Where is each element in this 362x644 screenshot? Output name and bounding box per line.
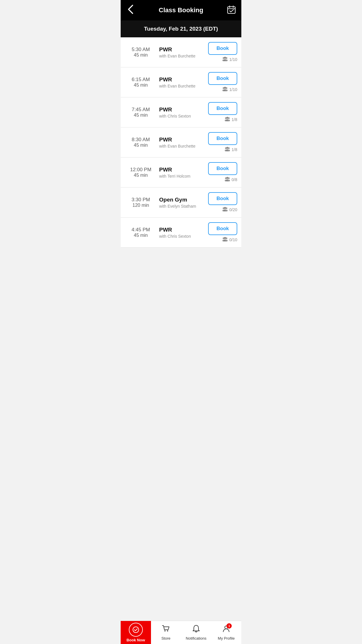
class-instructor: with Evan Burchette	[159, 144, 205, 148]
book-button[interactable]: Book	[208, 222, 237, 235]
class-list: 5:30 AM 45 min PWR with Evan Burchette B…	[121, 37, 241, 248]
class-time-duration: 45 min	[125, 83, 157, 88]
book-button[interactable]: Book	[208, 102, 237, 115]
book-button[interactable]: Book	[208, 42, 237, 55]
class-capacity: 0/8	[224, 177, 237, 183]
class-row: 5:30 AM 45 min PWR with Evan Burchette B…	[121, 37, 241, 67]
capacity-value: 1/8	[232, 147, 237, 152]
class-action: Book 0/10	[205, 222, 237, 243]
class-action: Book 1/8	[205, 102, 237, 123]
people-icon	[224, 147, 230, 153]
capacity-value: 0/8	[232, 177, 237, 182]
capacity-value: 0/10	[229, 237, 237, 242]
class-row: 8:30 AM 45 min PWR with Evan Burchette B…	[121, 127, 241, 158]
people-icon	[222, 207, 228, 213]
class-capacity: 0/10	[222, 237, 237, 243]
svg-point-21	[228, 120, 230, 121]
class-instructor: with Chris Sexton	[159, 114, 205, 118]
svg-point-18	[228, 117, 230, 119]
class-time: 3:30 PM 120 min	[125, 197, 157, 208]
class-capacity: 1/10	[222, 87, 237, 92]
svg-point-27	[228, 150, 230, 151]
class-name: PWR	[159, 227, 205, 233]
class-info: PWR with Evan Burchette	[157, 136, 205, 148]
svg-point-30	[228, 177, 230, 179]
class-row: 12:00 PM 45 min PWR with Terri Holcom Bo…	[121, 158, 241, 188]
svg-point-39	[225, 210, 228, 211]
capacity-value: 0/20	[229, 207, 237, 212]
book-button[interactable]: Book	[208, 192, 237, 205]
people-icon	[222, 237, 228, 243]
capacity-value: 1/10	[229, 87, 237, 92]
class-time-hour: 3:30 PM	[125, 197, 157, 203]
class-instructor: with Evan Burchette	[159, 54, 205, 58]
capacity-value: 1/8	[232, 117, 237, 122]
class-time-duration: 45 min	[125, 143, 157, 148]
svg-point-45	[225, 240, 228, 242]
class-action: Book 0/20	[205, 192, 237, 213]
class-instructor: with Chris Sexton	[159, 234, 205, 239]
back-button[interactable]	[126, 4, 135, 17]
class-time-duration: 120 min	[125, 203, 157, 208]
svg-point-9	[225, 60, 228, 61]
class-time: 8:30 AM 45 min	[125, 137, 157, 148]
class-info: PWR with Chris Sexton	[157, 227, 205, 239]
class-time-hour: 4:45 PM	[125, 227, 157, 233]
class-time-duration: 45 min	[125, 52, 157, 58]
class-row: 7:45 AM 45 min PWR with Chris Sexton Boo…	[121, 97, 241, 127]
book-button[interactable]: Book	[208, 132, 237, 145]
class-name: Open Gym	[159, 197, 205, 203]
people-icon	[222, 87, 228, 92]
class-time: 7:45 AM 45 min	[125, 107, 157, 118]
svg-rect-0	[228, 7, 235, 13]
svg-point-24	[228, 147, 230, 149]
class-name: PWR	[159, 46, 205, 53]
book-button[interactable]: Book	[208, 162, 237, 175]
class-time-duration: 45 min	[125, 173, 157, 178]
svg-point-33	[228, 180, 230, 181]
capacity-value: 1/10	[229, 57, 237, 62]
class-name: PWR	[159, 106, 205, 113]
class-instructor: with Terri Holcom	[159, 174, 205, 178]
class-row: 3:30 PM 120 min Open Gym with Evelyn Sta…	[121, 188, 241, 218]
people-icon	[224, 117, 230, 123]
svg-point-15	[225, 90, 228, 91]
class-row: 4:45 PM 45 min PWR with Chris Sexton Boo…	[121, 218, 241, 248]
class-info: PWR with Evan Burchette	[157, 46, 205, 58]
class-time-hour: 8:30 AM	[125, 137, 157, 143]
class-name: PWR	[159, 136, 205, 143]
date-label: Tuesday, Feb 21, 2023 (EDT)	[144, 26, 218, 32]
class-action: Book 0/8	[205, 162, 237, 183]
class-capacity: 1/8	[224, 147, 237, 153]
class-instructor: with Evelyn Statham	[159, 204, 205, 209]
book-button[interactable]: Book	[208, 72, 237, 85]
class-time-hour: 7:45 AM	[125, 107, 157, 113]
class-time-duration: 45 min	[125, 113, 157, 118]
svg-point-42	[226, 237, 227, 239]
class-time: 12:00 PM 45 min	[125, 167, 157, 178]
class-info: Open Gym with Evelyn Statham	[157, 197, 205, 209]
class-name: PWR	[159, 167, 205, 173]
svg-point-6	[226, 57, 227, 59]
class-time: 5:30 AM 45 min	[125, 47, 157, 58]
class-time-duration: 45 min	[125, 233, 157, 238]
class-time-hour: 12:00 PM	[125, 167, 157, 173]
class-capacity: 0/20	[222, 207, 237, 213]
class-action: Book 1/10	[205, 42, 237, 62]
people-icon	[224, 177, 230, 183]
header: Class Booking	[121, 0, 241, 20]
calendar-icon[interactable]	[227, 5, 236, 15]
svg-point-12	[226, 87, 227, 89]
class-name: PWR	[159, 76, 205, 83]
class-info: PWR with Terri Holcom	[157, 167, 205, 178]
class-time-hour: 6:15 AM	[125, 77, 157, 83]
class-time: 6:15 AM 45 min	[125, 77, 157, 88]
class-row: 6:15 AM 45 min PWR with Evan Burchette B…	[121, 67, 241, 97]
page-title: Class Booking	[135, 6, 227, 14]
people-icon	[222, 57, 228, 62]
class-time: 4:45 PM 45 min	[125, 227, 157, 238]
class-info: PWR with Evan Burchette	[157, 76, 205, 88]
class-info: PWR with Chris Sexton	[157, 106, 205, 118]
svg-point-36	[226, 207, 227, 209]
class-time-hour: 5:30 AM	[125, 47, 157, 52]
